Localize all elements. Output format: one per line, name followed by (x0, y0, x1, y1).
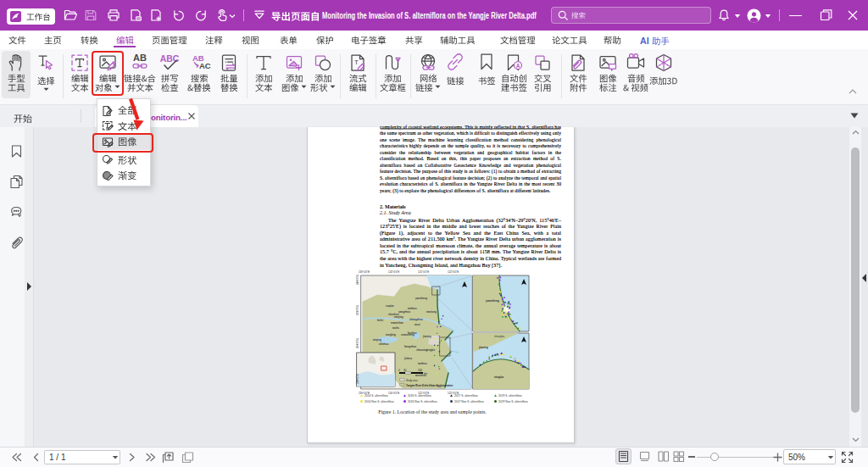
svg-text:Figure 1. Location of the stud: Figure 1. Location of the study area and… (378, 409, 487, 414)
svg-text:2014 Non S. alterniflora: 2014 Non S. alterniflora (364, 400, 394, 403)
svg-text:Study area: Study area (406, 379, 418, 382)
svg-text:34°0'0"N: 34°0'0"N (356, 275, 359, 285)
svg-text:huzhou: huzhou (408, 331, 417, 335)
svg-text:119°0'0"E: 119°0'0"E (359, 270, 370, 274)
svg-text:2019 Non S. alterniflora: 2019 Non S. alterniflora (498, 400, 528, 403)
svg-text:121°0'0"E: 121°0'0"E (418, 270, 429, 274)
svg-text:2017 Non S. alterniflora: 2017 Non S. alterniflora (454, 400, 484, 403)
svg-text:ABC: ABC (160, 53, 180, 64)
svg-text:nantong: nantong (426, 310, 437, 314)
svg-text:chuzhou: chuzhou (388, 313, 398, 316)
svg-text:shanghai: shanghai (494, 335, 505, 338)
svg-text:120°0'0"E: 120°0'0"E (388, 270, 399, 274)
svg-text:120°0'0"E: 120°0'0"E (388, 392, 399, 395)
svg-text:changzhou: changzhou (409, 318, 423, 321)
svg-text:anqing: anqing (373, 338, 381, 342)
svg-text:ningbo: ningbo (426, 348, 435, 352)
svg-text:tongling: tongling (386, 333, 396, 336)
svg-text:wuhu: wuhu (392, 326, 399, 330)
svg-text:32°0'0"N: 32°0'0"N (356, 305, 359, 315)
svg-text:AB: AB (133, 53, 147, 63)
svg-text:122°0'0"E: 122°0'0"E (448, 270, 459, 274)
svg-text:chizhou: chizhou (379, 342, 388, 346)
svg-text:28°0'0"N: 28°0'0"N (356, 374, 359, 384)
svg-text:30: 30 (403, 369, 407, 372)
svg-text:AC: AC (199, 61, 211, 70)
svg-text:taizhou: taizhou (408, 307, 417, 310)
svg-text:yangzhou: yangzhou (398, 310, 410, 314)
svg-text:ningbo: ningbo (494, 375, 504, 379)
svg-text:suqian: suqian (386, 304, 394, 308)
svg-text:2017 S. alterniflora: 2017 S. alterniflora (454, 394, 478, 398)
svg-text:2014 S. alterniflora: 2014 S. alterniflora (364, 394, 388, 398)
svg-text:hefei: hefei (377, 319, 383, 322)
svg-text:yancheng: yancheng (415, 297, 427, 300)
svg-text:240: 240 (418, 369, 422, 372)
svg-text:yancheng: yancheng (486, 299, 499, 303)
svg-text:Yangtze River Delta Urban Aggl: Yangtze River Delta Urban Agglomeration (406, 384, 453, 387)
svg-text:2016 Non S. alterniflora: 2016 Non S. alterniflora (408, 400, 437, 403)
svg-text:wuxi: wuxi (414, 323, 420, 326)
svg-text:jiaxing: jiaxing (422, 335, 431, 338)
svg-text:hangzhou: hangzhou (404, 345, 416, 348)
svg-text:2016 S. alterniflora: 2016 S. alterniflora (408, 394, 431, 398)
svg-text:km: km (424, 372, 428, 375)
svg-text:2019 S. alterniflora: 2019 S. alterniflora (498, 394, 522, 398)
svg-text:T: T (354, 58, 359, 66)
svg-text:30°0'0"N: 30°0'0"N (356, 338, 359, 348)
svg-text:maanshan: maanshan (391, 321, 403, 325)
svg-text:jinhua: jinhua (403, 357, 412, 360)
svg-text:taizhou: taizhou (418, 362, 427, 365)
svg-text:jiaxing: jiaxing (478, 346, 488, 349)
svg-text:A: A (516, 63, 520, 69)
